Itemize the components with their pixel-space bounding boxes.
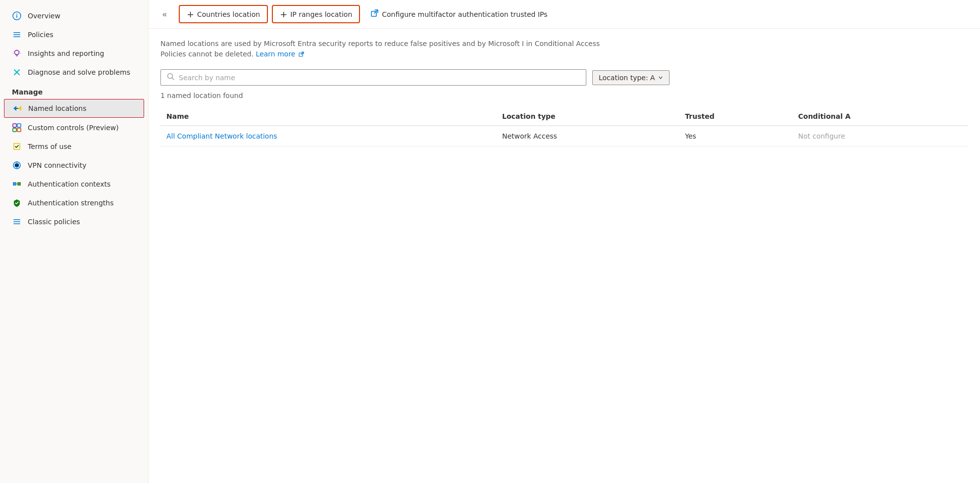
countries-location-label: Countries location	[197, 10, 260, 18]
configure-mfa-label: Configure multifactor authentication tru…	[382, 10, 547, 18]
main-content: « + Countries location + IP ranges locat…	[149, 0, 980, 483]
table-row: All Compliant Network locations Network …	[160, 126, 968, 146]
cell-location-type: Network Access	[496, 126, 679, 146]
table-header-row: Name Location type Trusted Conditional A	[160, 107, 968, 126]
plus-icon-ip: +	[280, 9, 287, 19]
description-text: Named locations are used by Microsoft En…	[160, 39, 606, 59]
sidebar-item-label-terms: Terms of use	[28, 143, 71, 150]
tools-icon	[12, 67, 22, 77]
search-icon	[167, 73, 175, 82]
svg-rect-23	[13, 221, 20, 222]
location-name-link[interactable]: All Compliant Network locations	[166, 132, 277, 140]
svg-rect-24	[13, 224, 20, 225]
sidebar-item-label-policies: Policies	[28, 31, 53, 39]
svg-rect-22	[13, 219, 20, 220]
named-locations-icon	[12, 103, 22, 113]
search-row: Location type: A	[160, 69, 968, 86]
sidebar-item-label-insights: Insights and reporting	[28, 49, 104, 57]
sidebar-item-auth-contexts[interactable]: Authentication contexts	[4, 175, 144, 193]
sidebar-item-named-locations[interactable]: Named locations	[4, 99, 144, 118]
custom-controls-icon	[12, 123, 22, 133]
list-icon	[12, 30, 22, 40]
sidebar-item-label-diagnose: Diagnose and solve problems	[28, 68, 130, 76]
sidebar-item-label-custom-controls: Custom controls (Preview)	[28, 124, 119, 132]
countries-location-button[interactable]: + Countries location	[179, 5, 268, 23]
svg-rect-15	[17, 128, 21, 132]
classic-policies-icon	[12, 217, 22, 227]
lightbulb-icon	[12, 48, 22, 58]
cell-name[interactable]: All Compliant Network locations	[160, 126, 496, 146]
sidebar-item-label-auth-contexts: Authentication contexts	[28, 180, 110, 188]
svg-rect-18	[13, 182, 16, 186]
svg-rect-5	[13, 37, 20, 38]
svg-point-2	[16, 14, 17, 15]
svg-rect-3	[13, 32, 20, 33]
svg-point-21	[16, 184, 17, 185]
auth-strengths-icon	[12, 198, 22, 208]
cell-conditional-access: Not configure	[792, 126, 968, 146]
info-circle-icon	[12, 11, 22, 21]
col-header-location-type[interactable]: Location type	[496, 107, 679, 126]
col-header-trusted[interactable]: Trusted	[679, 107, 792, 126]
external-link-icon	[371, 9, 379, 19]
search-input[interactable]	[179, 74, 580, 82]
svg-rect-19	[17, 182, 21, 186]
sidebar-item-label-classic-policies: Classic policies	[28, 218, 80, 226]
plus-icon-countries: +	[187, 9, 194, 19]
sidebar-item-policies[interactable]: Policies	[4, 26, 144, 44]
auth-contexts-icon	[12, 179, 22, 189]
sidebar-item-diagnose[interactable]: Diagnose and solve problems	[4, 63, 144, 81]
vpn-icon	[12, 160, 22, 170]
cell-trusted: Yes	[679, 126, 792, 146]
ip-ranges-location-button[interactable]: + IP ranges location	[272, 5, 360, 23]
sidebar-item-label-overview: Overview	[28, 12, 60, 20]
data-table: Name Location type Trusted Conditional A	[160, 107, 968, 146]
sidebar-item-insights[interactable]: Insights and reporting	[4, 45, 144, 62]
col-header-name[interactable]: Name	[160, 107, 496, 126]
svg-point-6	[15, 50, 19, 55]
location-type-label: Location type: A	[599, 74, 655, 82]
sidebar-item-overview[interactable]: Overview	[4, 7, 144, 25]
sidebar-item-custom-controls[interactable]: Custom controls (Preview)	[4, 119, 144, 137]
sidebar-item-label-vpn: VPN connectivity	[28, 161, 87, 169]
sidebar-item-vpn[interactable]: VPN connectivity	[4, 156, 144, 174]
location-type-filter-button[interactable]: Location type: A	[592, 70, 670, 85]
manage-section-header: Manage	[0, 82, 148, 98]
sidebar-item-label-named-locations: Named locations	[28, 104, 86, 112]
svg-rect-4	[13, 34, 20, 35]
learn-more-link[interactable]: Learn more	[256, 50, 305, 58]
sidebar-item-terms-of-use[interactable]: Terms of use	[4, 138, 144, 155]
content-area: Named locations are used by Microsoft En…	[149, 29, 980, 156]
svg-rect-14	[13, 128, 16, 132]
svg-marker-9	[13, 106, 16, 111]
svg-rect-1	[16, 15, 17, 18]
sidebar-item-label-auth-strengths: Authentication strengths	[28, 199, 113, 207]
sidebar-item-classic-policies[interactable]: Classic policies	[4, 213, 144, 231]
svg-marker-10	[18, 106, 21, 111]
toolbar: « + Countries location + IP ranges locat…	[149, 0, 980, 29]
terms-icon	[12, 142, 22, 151]
sidebar-item-auth-strengths[interactable]: Authentication strengths	[4, 194, 144, 212]
configure-mfa-button[interactable]: Configure multifactor authentication tru…	[364, 6, 554, 22]
svg-line-28	[172, 78, 174, 80]
sidebar: Overview Policies Insights and reporting	[0, 0, 149, 483]
svg-rect-13	[17, 124, 21, 127]
results-count: 1 named location found	[160, 92, 968, 99]
collapse-button[interactable]: «	[158, 8, 171, 21]
ip-ranges-label: IP ranges location	[290, 10, 352, 18]
col-header-conditional-access[interactable]: Conditional A	[792, 107, 968, 126]
svg-rect-12	[13, 124, 16, 127]
search-box-container	[160, 69, 586, 86]
